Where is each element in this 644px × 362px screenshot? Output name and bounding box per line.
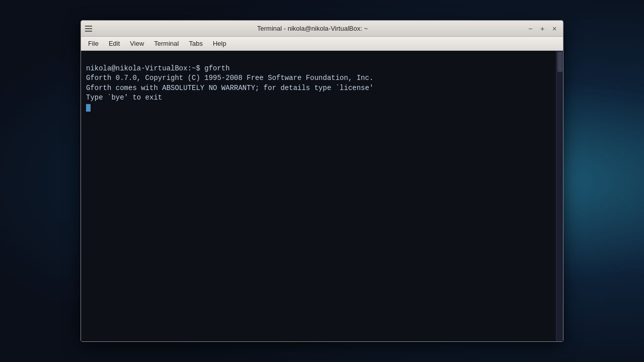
menu-view[interactable]: View xyxy=(125,38,149,49)
terminal-body[interactable]: nikola@nikola-VirtualBox:~$ gforth Gfort… xyxy=(81,51,563,341)
terminal-cursor xyxy=(86,104,91,112)
terminal-window: Terminal - nikola@nikola-VirtualBox: ~ −… xyxy=(80,20,564,342)
titlebar: Terminal - nikola@nikola-VirtualBox: ~ −… xyxy=(81,21,563,37)
window-title: Terminal - nikola@nikola-VirtualBox: ~ xyxy=(99,25,526,32)
cursor-block xyxy=(86,104,91,112)
terminal-output: nikola@nikola-VirtualBox:~$ gforth Gfort… xyxy=(86,54,558,113)
window-menu-icon[interactable] xyxy=(85,24,95,34)
scrollbar-thumb[interactable] xyxy=(557,52,562,72)
menu-help[interactable]: Help xyxy=(208,38,231,49)
menu-edit[interactable]: Edit xyxy=(104,38,125,49)
scrollbar[interactable] xyxy=(556,51,563,341)
terminal-line-3: Gforth comes with ABSOLUTELY NO WARRANTY… xyxy=(86,84,373,92)
titlebar-controls: − + × xyxy=(526,24,559,33)
terminal-line-1: nikola@nikola-VirtualBox:~$ gforth xyxy=(86,64,230,72)
menu-tabs[interactable]: Tabs xyxy=(184,38,207,49)
close-button[interactable]: × xyxy=(550,24,559,33)
menu-file[interactable]: File xyxy=(83,38,104,49)
menubar: File Edit View Terminal Tabs Help xyxy=(81,37,563,51)
terminal-line-2: Gforth 0.7.0, Copyright (C) 1995-2008 Fr… xyxy=(86,74,373,82)
menu-terminal[interactable]: Terminal xyxy=(149,38,184,49)
terminal-line-4: Type `bye' to exit xyxy=(86,94,162,102)
titlebar-left xyxy=(85,24,99,34)
maximize-button[interactable]: + xyxy=(538,24,547,33)
minimize-button[interactable]: − xyxy=(526,24,535,33)
